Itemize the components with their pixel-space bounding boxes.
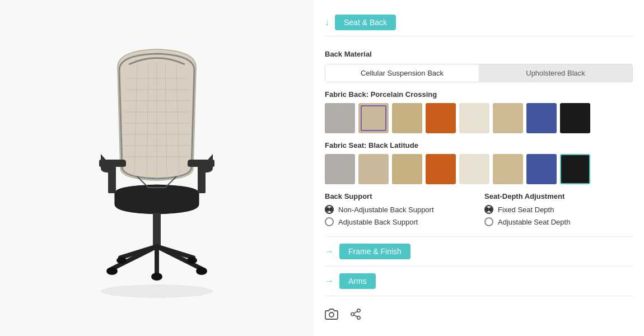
- swatch-back-black[interactable]: [560, 103, 590, 133]
- fabric-seat-label: Fabric Seat: Black Latitude: [325, 141, 633, 150]
- svg-rect-14: [153, 213, 161, 246]
- swatch-back-khaki[interactable]: [392, 103, 422, 133]
- config-panel: ↓ Seat & Back Back Material Cellular Sus…: [314, 0, 644, 336]
- arms-arrow-icon: →: [325, 276, 334, 286]
- fabric-back-swatches: [325, 103, 633, 133]
- swatch-seat-black[interactable]: [560, 154, 590, 184]
- support-options-row: Back Support Non-Adjustable Back Support…: [325, 192, 633, 230]
- swatch-seat-orange[interactable]: [426, 154, 456, 184]
- material-toggle: Cellular Suspension Back Upholstered Bla…: [325, 64, 633, 82]
- svg-point-24: [151, 273, 162, 281]
- fabric-back-selected-name: Porcelain Crossing: [371, 90, 437, 99]
- frame-finish-section[interactable]: → Frame & Finish: [325, 237, 633, 267]
- svg-point-26: [187, 257, 197, 264]
- back-material-label: Back Material: [325, 50, 633, 58]
- svg-point-22: [106, 267, 118, 275]
- svg-point-27: [101, 284, 213, 298]
- seat-back-content: Back Material Cellular Suspension Back U…: [325, 43, 633, 237]
- seat-depth-fixed[interactable]: Fixed Seat Depth: [484, 205, 633, 214]
- back-support-col: Back Support Non-Adjustable Back Support…: [325, 192, 473, 230]
- swatch-seat-khaki[interactable]: [392, 154, 422, 184]
- seat-depth-col: Seat-Depth Adjustment Fixed Seat Depth A…: [484, 192, 633, 230]
- seat-depth-label: Seat-Depth Adjustment: [484, 192, 633, 200]
- fabric-seat-selected-name: Black Latitude: [368, 141, 418, 150]
- svg-line-33: [354, 311, 357, 314]
- fabric-seat-swatches: [325, 154, 633, 184]
- swatch-seat-tan[interactable]: [358, 154, 389, 184]
- seat-back-arrow-icon: ↓: [325, 17, 329, 27]
- arms-tab[interactable]: Arms: [339, 273, 376, 289]
- chair-svg: [59, 34, 255, 302]
- seat-back-tab[interactable]: Seat & Back: [335, 15, 396, 30]
- share-icon[interactable]: [349, 308, 362, 323]
- back-support-adjustable[interactable]: Adjustable Back Support: [325, 217, 473, 226]
- cellular-option[interactable]: Cellular Suspension Back: [325, 64, 479, 82]
- fabric-back-label: Fabric Back: Porcelain Crossing: [325, 90, 633, 99]
- seat-depth-adjustable[interactable]: Adjustable Seat Depth: [484, 217, 633, 226]
- svg-line-32: [354, 315, 357, 317]
- svg-point-28: [329, 312, 334, 317]
- back-support-non-adjustable[interactable]: Non-Adjustable Back Support: [325, 205, 473, 214]
- swatch-back-blue[interactable]: [526, 103, 557, 133]
- radio-fixed-circle: [484, 205, 493, 214]
- swatch-back-cream[interactable]: [459, 103, 489, 133]
- swatch-back-gray[interactable]: [325, 103, 355, 133]
- frame-finish-tab[interactable]: Frame & Finish: [339, 244, 410, 259]
- svg-point-23: [196, 267, 207, 275]
- swatch-back-tan[interactable]: [358, 103, 389, 133]
- camera-icon[interactable]: [325, 307, 338, 324]
- svg-rect-15: [108, 162, 116, 193]
- radio-adjustable-circle: [325, 217, 334, 226]
- radio-non-adjustable-circle: [325, 205, 334, 214]
- swatch-seat-blue[interactable]: [526, 154, 557, 184]
- arms-section[interactable]: → Arms: [325, 267, 633, 296]
- swatch-seat-cream[interactable]: [459, 154, 489, 184]
- chair-preview: [0, 0, 314, 336]
- frame-finish-arrow-icon: →: [325, 246, 334, 256]
- upholstered-option[interactable]: Upholstered Black: [479, 64, 632, 82]
- swatch-back-orange[interactable]: [426, 103, 456, 133]
- radio-seat-adjustable-circle: [484, 217, 493, 226]
- swatch-back-beige[interactable]: [493, 103, 523, 133]
- swatch-seat-gray[interactable]: [325, 154, 355, 184]
- swatch-seat-beige[interactable]: [493, 154, 523, 184]
- svg-rect-16: [198, 162, 206, 193]
- back-support-label: Back Support: [325, 192, 473, 200]
- svg-point-25: [116, 257, 127, 264]
- seat-back-header[interactable]: ↓ Seat & Back: [325, 9, 633, 36]
- bottom-toolbar: [325, 298, 633, 333]
